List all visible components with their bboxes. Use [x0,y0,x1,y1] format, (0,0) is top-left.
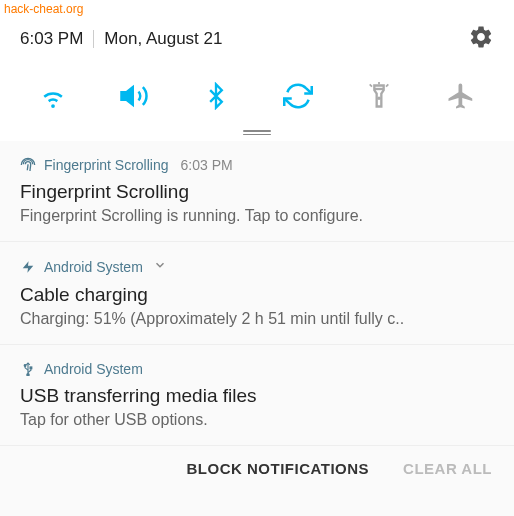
notification-header: Android System [20,258,494,276]
status-time: 6:03 PM [20,29,83,49]
svg-point-11 [27,374,29,376]
svg-marker-1 [122,87,133,105]
handle-bars-icon [243,130,271,135]
quick-settings-panel: 6:03 PM Mon, August 21 [0,0,514,141]
notification-app-name: Fingerprint Scrolling [44,157,169,173]
fingerprint-icon [20,157,36,173]
notification-app-name: Android System [44,259,143,275]
notification-body: Fingerprint Scrolling is running. Tap to… [20,207,494,225]
drag-handle[interactable] [0,130,514,141]
notification-item[interactable]: Fingerprint Scrolling 6:03 PM Fingerprin… [0,141,514,242]
svg-line-4 [370,84,372,86]
autorotate-toggle[interactable] [278,76,318,116]
svg-rect-10 [30,367,32,369]
wifi-toggle[interactable] [33,76,73,116]
svg-marker-7 [23,261,34,273]
usb-icon [20,361,36,377]
notification-actions: BLOCK NOTIFICATIONS CLEAR ALL [0,446,514,495]
notification-body: Tap for other USB options. [20,411,494,429]
notification-title: USB transferring media files [20,385,494,407]
block-notifications-button[interactable]: BLOCK NOTIFICATIONS [187,460,370,477]
notification-title: Cable charging [20,284,494,306]
status-bar: 6:03 PM Mon, August 21 [0,20,514,64]
flashlight-toggle[interactable] [359,76,399,116]
svg-line-5 [386,84,388,86]
bluetooth-toggle[interactable] [196,76,236,116]
svg-point-9 [24,365,26,367]
notification-time: 6:03 PM [181,157,233,173]
chevron-down-icon[interactable] [153,258,167,276]
charging-icon [20,259,36,275]
notification-header: Android System [20,361,494,377]
clear-all-button[interactable]: CLEAR ALL [403,460,492,477]
notification-header: Fingerprint Scrolling 6:03 PM [20,157,494,173]
notification-title: Fingerprint Scrolling [20,181,494,203]
notification-app-name: Android System [44,361,143,377]
quick-settings-row [0,64,514,130]
watermark-text: hack-cheat.org [4,2,83,16]
notification-list: Fingerprint Scrolling 6:03 PM Fingerprin… [0,141,514,446]
notification-item[interactable]: Android System USB transferring media fi… [0,345,514,446]
airplane-toggle[interactable] [441,76,481,116]
sound-toggle[interactable] [114,76,154,116]
status-divider [93,30,94,48]
settings-icon[interactable] [468,24,494,54]
status-date: Mon, August 21 [104,29,468,49]
notification-item[interactable]: Android System Cable charging Charging: … [0,242,514,345]
notification-body: Charging: 51% (Approximately 2 h 51 min … [20,310,494,328]
